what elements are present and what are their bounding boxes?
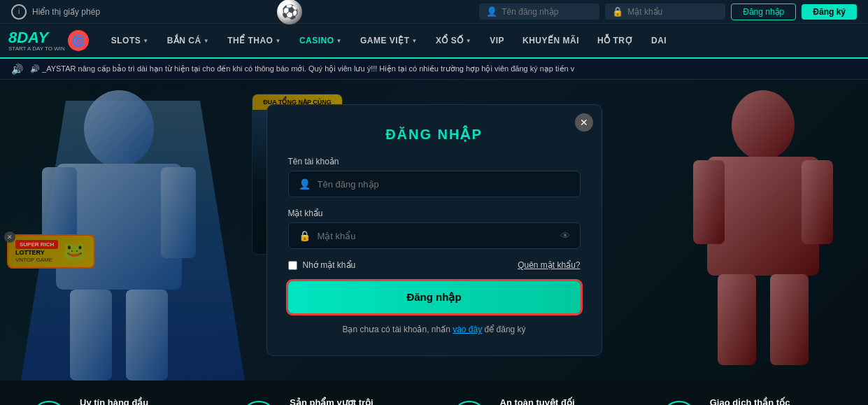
logo: 8DAY START A DAY TO WIN 🌀 [8, 30, 89, 52]
gameviet-arrow: ▼ [411, 38, 417, 44]
logo-emblem: 🌀 [68, 30, 89, 51]
logo-text: 8DAY [8, 30, 65, 45]
username-field-wrap[interactable]: 👤 [288, 171, 581, 197]
feature-icon-circle-1: 🤚 [241, 401, 276, 405]
top-bar-left: i Hiển thị giấy phép [11, 4, 100, 20]
feature-icon-1: 🤚 [238, 397, 280, 405]
username-label: Tên tài khoản [288, 157, 581, 166]
forgot-password-link[interactable]: Quên mật khẩu? [518, 260, 580, 270]
password-input[interactable] [627, 7, 718, 17]
nav-item-the-thao[interactable]: THỂ THAO ▼ [219, 31, 290, 50]
password-field[interactable] [318, 231, 553, 241]
username-input-wrap[interactable]: 👤 [479, 3, 599, 20]
username-form-group: Tên tài khoản 👤 [288, 157, 581, 197]
ticker-text: 🔊 _AYSTAR nâng cấp bảo trì dài hạn từ hi… [30, 64, 574, 73]
nav-item-vip[interactable]: VIP [481, 31, 513, 50]
feature-icon-circle-2: 🛡 [452, 401, 487, 405]
top-bar: i Hiển thị giấy phép ⚽ 👤 🔒 Đăng nhập Đăn… [0, 0, 868, 24]
nav-item-ban-ca[interactable]: BẮN CÁ ▼ [159, 31, 218, 50]
feature-text-0: Uy tín hàng đầu 8Day tự hào là nơi giải … [80, 397, 210, 405]
feature-text-2: An toàn tuyệt đối Mỗi giao dịch đều được… [500, 397, 630, 405]
login-modal: ✕ ĐĂNG NHẬP Tên tài khoản 👤 Mật khẩu 🔒 👁 [266, 104, 602, 356]
register-button[interactable]: Đăng ký [802, 4, 857, 20]
feature-icon-2: 🛡 [448, 397, 490, 405]
feature-icon-0: 🏆 [28, 397, 70, 405]
nav-item-xo-so[interactable]: XỔ SỐ ▼ [427, 31, 480, 50]
top-bar-right: 👤 🔒 Đăng nhập Đăng ký [479, 3, 857, 20]
nav-item-game-viet[interactable]: GAME VIỆT ▼ [352, 31, 426, 50]
slots-arrow: ▼ [143, 38, 148, 44]
feature-item-0: 🏆 Uy tín hàng đầu 8Day tự hào là nơi giả… [28, 397, 210, 405]
banca-arrow: ▼ [204, 38, 209, 44]
password-input-wrap[interactable]: 🔒 [605, 3, 725, 20]
lock-icon: 🔒 [612, 6, 623, 17]
remember-checkbox[interactable] [288, 261, 297, 270]
casino-arrow: ▼ [336, 38, 342, 44]
remember-left: Nhớ mật khẩu [288, 260, 356, 270]
legal-text: Hiển thị giấy phép [32, 7, 100, 17]
legal-icon: i [11, 4, 27, 20]
password-label: Mật khẩu [288, 208, 581, 218]
bottom-section: 🏆 Uy tín hàng đầu 8Day tự hào là nơi giả… [0, 381, 868, 405]
nav-item-slots[interactable]: SLOTS ▼ [103, 31, 157, 50]
feature-icon-circle-0: 🏆 [31, 401, 66, 405]
eye-icon[interactable]: 👁 [560, 230, 570, 241]
feature-title-3: Giao dịch thần tốc [710, 397, 840, 405]
feature-text-1: Sản phẩm vượt trội 8Day sở hữu đa dạng c… [290, 397, 420, 405]
register-text: Bạn chưa có tài khoản, nhấn vào đây để đ… [288, 325, 581, 334]
login-button[interactable]: Đăng nhập [731, 3, 796, 20]
nav-bar: 8DAY START A DAY TO WIN 🌀 SLOTS ▼ BẮN CÁ… [0, 24, 868, 59]
register-link[interactable]: vào đây [453, 325, 482, 334]
username-field-icon: 👤 [299, 178, 311, 190]
modal-title: ĐĂNG NHẬP [288, 126, 581, 143]
feature-item-2: 🛡 An toàn tuyệt đối Mỗi giao dịch đều đư… [448, 397, 630, 405]
nav-item-ho-tro[interactable]: HỖ TRỢ [589, 31, 641, 50]
user-icon: 👤 [486, 6, 497, 17]
main-content: ĐUA TỔNG NẠP CÙNG 🐉 CON RỒNGCHÂU TIỀN TĂ… [0, 80, 868, 381]
submit-login-button[interactable]: Đăng nhập [288, 281, 581, 313]
ticker-icon: 🔊 [11, 64, 23, 75]
soccer-ball-icon: ⚽ [277, 0, 302, 24]
top-bar-center: ⚽ [277, 0, 302, 24]
modal-close-button[interactable]: ✕ [575, 113, 593, 132]
password-field-wrap[interactable]: 🔒 👁 [288, 222, 581, 249]
password-field-icon: 🔒 [299, 230, 311, 241]
feature-title-1: Sản phẩm vượt trội [290, 397, 420, 405]
feature-item-1: 🤚 Sản phẩm vượt trội 8Day sở hữu đa dạng… [238, 397, 420, 405]
nav-items: SLOTS ▼ BẮN CÁ ▼ THỂ THAO ▼ CASINO ▼ GAM… [103, 31, 860, 50]
nav-item-khuyen-mai[interactable]: KHUYẾN MÃI [514, 31, 588, 50]
remember-row: Nhớ mật khẩu Quên mật khẩu? [288, 260, 581, 270]
remember-label: Nhớ mật khẩu [303, 260, 356, 270]
username-field[interactable] [318, 179, 570, 190]
no-account-text: Bạn chưa có tài khoản, nhấn [342, 325, 450, 334]
nav-item-casino[interactable]: CASINO ▼ [291, 31, 350, 50]
feature-title-2: An toàn tuyệt đối [500, 397, 630, 405]
feature-text-3: Giao dịch thần tốc Với hệ thống xử lý nh… [710, 397, 840, 405]
modal-overlay: ✕ ĐĂNG NHẬP Tên tài khoản 👤 Mật khẩu 🔒 👁 [0, 80, 868, 381]
thethao-arrow: ▼ [275, 38, 280, 44]
register-suffix: để đăng ký [485, 325, 526, 334]
logo-sub: START A DAY TO WIN [8, 45, 65, 52]
password-form-group: Mật khẩu 🔒 👁 [288, 208, 581, 249]
feature-item-3: ⚡ Giao dịch thần tốc Với hệ thống xử lý … [658, 397, 840, 405]
feature-title-0: Uy tín hàng đầu [80, 397, 210, 405]
username-input[interactable] [501, 7, 592, 17]
nav-item-dai[interactable]: DAI [643, 31, 675, 50]
feature-icon-circle-3: ⚡ [662, 401, 697, 405]
ticker: 🔊 🔊 _AYSTAR nâng cấp bảo trì dài hạn từ … [0, 59, 868, 80]
feature-icon-3: ⚡ [658, 397, 700, 405]
xoso-arrow: ▼ [466, 38, 471, 44]
